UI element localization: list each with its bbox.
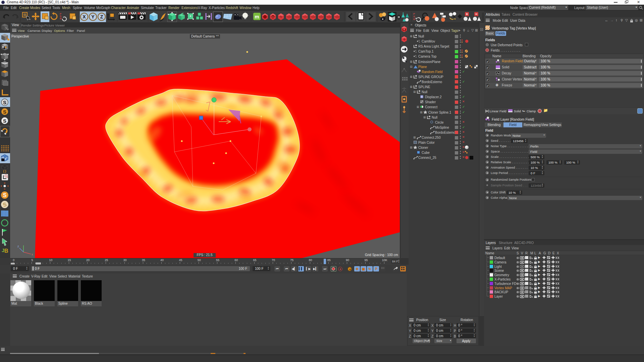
svg-text:Y: Y [91, 14, 95, 19]
svg-text:X: X [83, 14, 86, 19]
svg-text:RS: RS [272, 16, 274, 18]
svg-text:z: z [17, 245, 19, 248]
svg-text:m: m [255, 14, 259, 19]
svg-text:R: R [413, 18, 415, 21]
svg-text:S: S [3, 192, 7, 198]
svg-text:R: R [60, 17, 62, 20]
svg-text:S: S [3, 100, 6, 105]
svg-text:Z: Z [100, 14, 103, 19]
svg-text:S: S [3, 118, 6, 124]
svg-text:S: S [3, 109, 6, 115]
svg-text:x: x [32, 253, 33, 256]
svg-text:( ): ( ) [3, 170, 6, 173]
svg-text:B: B [4, 248, 8, 254]
